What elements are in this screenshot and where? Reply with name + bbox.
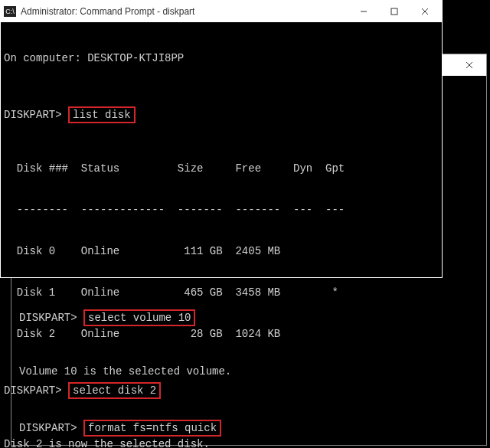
prompt: DISKPART> [4,109,62,121]
table-row: Disk 0 Online 111 GB 2405 MB [4,244,439,258]
prompt: DISKPART> [4,384,62,397]
line-computer: On computer: DESKTOP-KTJI8PP [4,51,439,65]
highlight-select-disk: select disk 2 [68,382,161,399]
cmd-icon: C:\ [4,6,16,17]
maximize-button-front[interactable] [379,2,410,21]
terminal-output-front: On computer: DESKTOP-KTJI8PP DISKPART> l… [1,22,442,448]
highlight-list-disk: list disk [68,106,136,123]
cmd-window-front: C:\ Administrator: Command Prompt - disk… [0,0,443,278]
table-sep-disk: -------- ------------- ------- ------- -… [4,203,439,217]
table-header-disk: Disk ### Status Size Free Dyn Gpt [4,162,439,175]
minimize-button-front[interactable] [348,2,379,21]
table-row: Disk 1 Online 465 GB 3458 MB * [4,286,439,299]
close-button-front[interactable] [410,2,440,21]
title-front: Administrator: Command Prompt - diskpart [21,6,348,17]
msg-selected-disk: Disk 2 is now the selected disk. [4,437,439,448]
table-row: Disk 2 Online 28 GB 1024 KB [4,327,439,341]
close-button-back[interactable] [454,55,485,75]
titlebar-front[interactable]: C:\ Administrator: Command Prompt - disk… [1,1,442,22]
svg-rect-5 [391,8,397,15]
